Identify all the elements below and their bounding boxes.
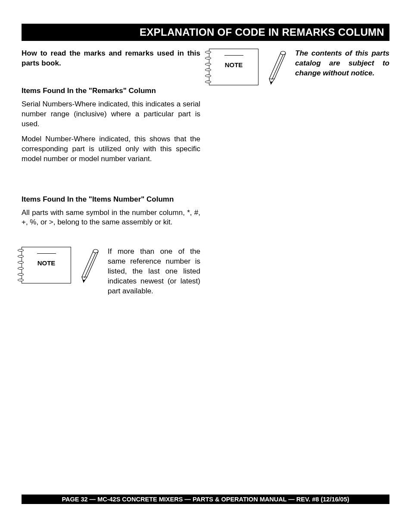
section2-p1: All parts with same symbol in the number… bbox=[22, 208, 200, 228]
page-title: EXPLANATION OF CODE IN REMARKS COLUMN bbox=[140, 26, 384, 38]
section1-p2: Model Number-Where indicated, this shows… bbox=[22, 134, 200, 164]
header-bar: EXPLANATION OF CODE IN REMARKS COLUMN bbox=[22, 24, 389, 41]
intro-text: How to read the marks and remarks used i… bbox=[22, 49, 200, 68]
note1-text: If more than one of the same reference n… bbox=[108, 247, 200, 296]
svg-line-3 bbox=[84, 253, 96, 278]
note-card: NOTE bbox=[209, 49, 258, 85]
svg-line-1 bbox=[82, 252, 93, 277]
svg-line-7 bbox=[272, 55, 283, 80]
left-column: How to read the marks and remarks used i… bbox=[22, 49, 200, 296]
footer-text: PAGE 32 — MC-42S CONCRETE MIXERS — PARTS… bbox=[62, 496, 349, 503]
note-label: NOTE bbox=[225, 61, 243, 68]
svg-point-0 bbox=[93, 249, 98, 253]
spiral-binding-icon bbox=[205, 51, 211, 83]
pencil-icon bbox=[265, 49, 289, 85]
footer-bar: PAGE 32 — MC-42S CONCRETE MIXERS — PARTS… bbox=[22, 495, 389, 504]
svg-line-6 bbox=[274, 53, 286, 79]
pencil-icon bbox=[78, 247, 101, 283]
section1-heading: Items Found In the "Remarks" Column bbox=[22, 87, 200, 95]
note-block-1: NOTE If more than one of the same refere… bbox=[22, 247, 200, 296]
svg-line-5 bbox=[269, 53, 280, 79]
section2-heading: Items Found In the "Items Number" Column bbox=[22, 195, 200, 204]
svg-point-4 bbox=[280, 51, 286, 55]
svg-line-2 bbox=[87, 252, 98, 277]
section1-p1: Serial Numbers-Where indicated, this ind… bbox=[22, 100, 200, 129]
right-column: NOTE The contents of this parts catalog … bbox=[209, 49, 389, 296]
note-card: NOTE bbox=[22, 247, 71, 283]
note-right-text: The contents of this parts catalog are s… bbox=[295, 49, 389, 78]
content-area: How to read the marks and remarks used i… bbox=[22, 49, 389, 296]
spiral-binding-icon bbox=[18, 249, 24, 281]
note-label: NOTE bbox=[37, 259, 56, 267]
